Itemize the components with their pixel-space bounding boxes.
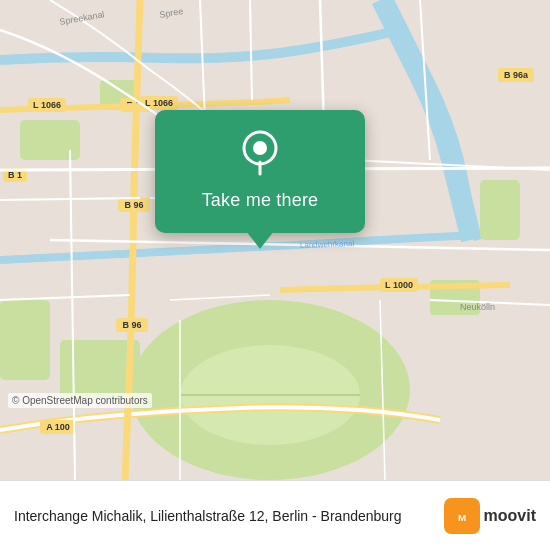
location-name: Interchange Michalik, Lilienthalstraße 1… [14,508,402,524]
map-container: A 100 B 96 B 96 B 96 L 1066 L 1066 L 100… [0,0,550,480]
svg-point-48 [253,141,267,155]
svg-text:B 96: B 96 [124,200,143,210]
popup-card: Take me there [155,110,365,233]
moovit-label: moovit [484,507,536,525]
svg-text:Neukölln: Neukölln [460,302,495,312]
svg-text:B 1: B 1 [8,170,22,180]
svg-text:B 96: B 96 [122,320,141,330]
location-pin-icon [235,128,285,178]
svg-text:Landwehrkanal: Landwehrkanal [300,239,355,250]
location-info: Interchange Michalik, Lilienthalstraße 1… [14,507,444,525]
take-me-there-button[interactable]: Take me there [202,190,319,211]
svg-text:M: M [457,512,465,523]
attribution: © OpenStreetMap contributors [8,393,152,408]
svg-text:L 1000: L 1000 [385,280,413,290]
svg-rect-8 [0,300,50,380]
svg-text:A 100: A 100 [46,422,70,432]
svg-text:L 1066: L 1066 [145,98,173,108]
svg-text:B 96a: B 96a [504,70,529,80]
svg-text:L 1066: L 1066 [33,100,61,110]
info-bar: Interchange Michalik, Lilienthalstraße 1… [0,480,550,550]
moovit-icon: M [444,498,480,534]
svg-rect-7 [480,180,520,240]
moovit-logo: M moovit [444,498,536,534]
